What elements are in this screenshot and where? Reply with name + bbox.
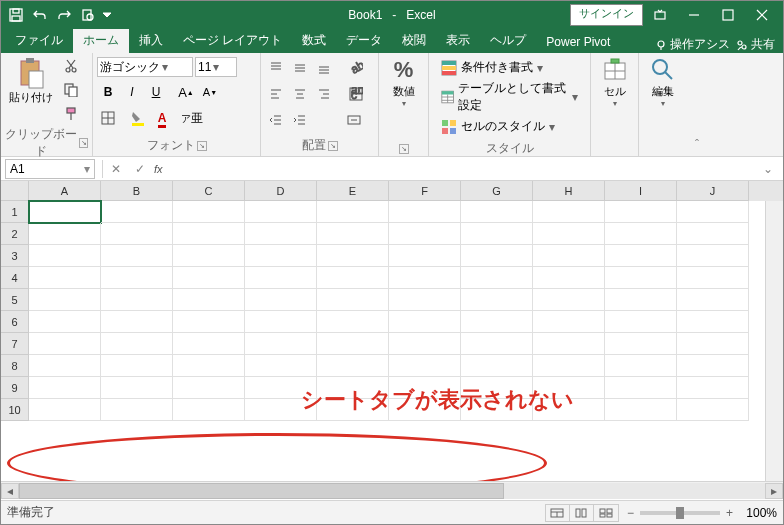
zoom-out-button[interactable]: − xyxy=(627,506,634,520)
cell[interactable] xyxy=(389,289,461,311)
cell[interactable] xyxy=(245,355,317,377)
cell[interactable] xyxy=(389,201,461,223)
column-header[interactable]: J xyxy=(677,181,749,201)
cell[interactable] xyxy=(677,201,749,223)
enter-formula-icon[interactable]: ✓ xyxy=(130,159,150,179)
cell[interactable] xyxy=(29,201,101,223)
redo-icon[interactable] xyxy=(53,4,75,26)
format-as-table-button[interactable]: テーブルとして書式設定 ▾ xyxy=(441,80,578,114)
cell[interactable] xyxy=(173,377,245,399)
scroll-right-icon[interactable]: ▸ xyxy=(765,483,783,499)
page-break-view-icon[interactable] xyxy=(594,505,618,521)
scroll-left-icon[interactable]: ◂ xyxy=(1,483,19,499)
cell[interactable] xyxy=(389,377,461,399)
normal-view-icon[interactable] xyxy=(546,505,570,521)
scroll-track[interactable] xyxy=(19,483,765,499)
cell[interactable] xyxy=(317,201,389,223)
decrease-font-icon[interactable]: A▼ xyxy=(199,81,221,103)
cell[interactable] xyxy=(101,377,173,399)
cell[interactable] xyxy=(389,333,461,355)
cell[interactable] xyxy=(461,289,533,311)
cell[interactable] xyxy=(605,399,677,421)
column-header[interactable]: B xyxy=(101,181,173,201)
formula-input[interactable] xyxy=(167,159,755,179)
cell[interactable] xyxy=(533,245,605,267)
cell[interactable] xyxy=(29,399,101,421)
tab-help[interactable]: ヘルプ xyxy=(480,29,536,53)
cell[interactable] xyxy=(533,311,605,333)
align-left-icon[interactable] xyxy=(265,83,287,105)
row-header[interactable]: 3 xyxy=(1,245,29,267)
expand-formula-bar-icon[interactable]: ⌄ xyxy=(759,162,777,176)
cell[interactable] xyxy=(389,399,461,421)
tab-power-pivot[interactable]: Power Pivot xyxy=(536,32,620,53)
cell[interactable] xyxy=(245,223,317,245)
row-header[interactable]: 9 xyxy=(1,377,29,399)
cell[interactable] xyxy=(29,311,101,333)
cell[interactable] xyxy=(461,399,533,421)
cell[interactable] xyxy=(605,377,677,399)
save-icon[interactable] xyxy=(5,4,27,26)
tab-review[interactable]: 校閲 xyxy=(392,29,436,53)
cell[interactable] xyxy=(173,223,245,245)
column-header[interactable]: I xyxy=(605,181,677,201)
cell[interactable] xyxy=(461,223,533,245)
increase-font-icon[interactable]: A▲ xyxy=(175,81,197,103)
cell[interactable] xyxy=(317,377,389,399)
row-header[interactable]: 10 xyxy=(1,399,29,421)
cell-styles-button[interactable]: セルのスタイル ▾ xyxy=(441,118,555,135)
column-header[interactable]: C xyxy=(173,181,245,201)
align-right-icon[interactable] xyxy=(313,83,335,105)
cell[interactable] xyxy=(533,377,605,399)
cell[interactable] xyxy=(101,267,173,289)
decrease-indent-icon[interactable] xyxy=(265,109,287,131)
cell[interactable] xyxy=(533,399,605,421)
font-size-combo[interactable]: 11▾ xyxy=(195,57,237,77)
cell[interactable] xyxy=(317,355,389,377)
cell[interactable] xyxy=(173,399,245,421)
cell[interactable] xyxy=(101,201,173,223)
tab-formulas[interactable]: 数式 xyxy=(292,29,336,53)
share-button[interactable]: 共有 xyxy=(736,36,775,53)
cell[interactable] xyxy=(677,267,749,289)
cell[interactable] xyxy=(317,267,389,289)
cell[interactable] xyxy=(605,355,677,377)
close-icon[interactable] xyxy=(745,4,779,26)
cell[interactable] xyxy=(317,399,389,421)
cell[interactable] xyxy=(245,245,317,267)
column-header[interactable]: H xyxy=(533,181,605,201)
cell[interactable] xyxy=(461,245,533,267)
format-painter-icon[interactable] xyxy=(60,103,82,125)
cell[interactable] xyxy=(461,201,533,223)
cell[interactable] xyxy=(389,311,461,333)
cell[interactable] xyxy=(389,223,461,245)
cell[interactable] xyxy=(533,289,605,311)
row-header[interactable]: 1 xyxy=(1,201,29,223)
align-bottom-icon[interactable] xyxy=(313,57,335,79)
vertical-scrollbar[interactable] xyxy=(765,201,783,481)
row-header[interactable]: 6 xyxy=(1,311,29,333)
cancel-formula-icon[interactable]: ✕ xyxy=(106,159,126,179)
cell[interactable] xyxy=(533,267,605,289)
cell[interactable] xyxy=(389,355,461,377)
number-launcher-icon[interactable]: ↘ xyxy=(399,144,409,154)
fill-color-icon[interactable] xyxy=(127,107,149,129)
cell[interactable] xyxy=(677,289,749,311)
cell[interactable] xyxy=(245,311,317,333)
alignment-launcher-icon[interactable]: ↘ xyxy=(328,141,338,151)
tab-view[interactable]: 表示 xyxy=(436,29,480,53)
row-header[interactable]: 2 xyxy=(1,223,29,245)
increase-indent-icon[interactable] xyxy=(289,109,311,131)
cell[interactable] xyxy=(461,333,533,355)
maximize-icon[interactable] xyxy=(711,4,745,26)
zoom-in-button[interactable]: + xyxy=(726,506,733,520)
cell[interactable] xyxy=(533,223,605,245)
cell[interactable] xyxy=(173,201,245,223)
font-name-combo[interactable]: 游ゴシック▾ xyxy=(97,57,193,77)
cell[interactable] xyxy=(173,333,245,355)
cut-icon[interactable] xyxy=(60,55,82,77)
cell[interactable] xyxy=(605,223,677,245)
tab-insert[interactable]: 挿入 xyxy=(129,29,173,53)
phonetic-icon[interactable]: ア亜 xyxy=(181,107,203,129)
cell[interactable] xyxy=(317,245,389,267)
